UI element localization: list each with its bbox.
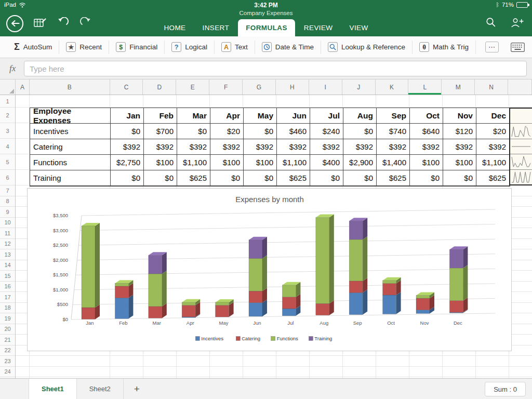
table-cell[interactable]: $1,100 <box>277 155 310 170</box>
table-header-cell[interactable]: Dec <box>476 108 510 124</box>
table-header-cell[interactable]: Employee Expenses <box>30 108 111 124</box>
row-header-9[interactable]: 9 <box>0 207 15 218</box>
row-header-23[interactable]: 23 <box>0 356 15 367</box>
sparkline-cell[interactable] <box>510 109 532 124</box>
table-cell[interactable]: $0 <box>144 170 177 186</box>
table-cell[interactable]: $0 <box>310 170 343 186</box>
column-header-D[interactable]: D <box>143 79 176 95</box>
row-header-4[interactable]: 4 <box>0 139 15 154</box>
row-header-20[interactable]: 20 <box>0 324 15 335</box>
column-header-H[interactable]: H <box>276 79 309 95</box>
table-cell[interactable]: $0 <box>244 170 277 186</box>
table-header-cell[interactable]: Mar <box>177 108 210 124</box>
row-header-17[interactable]: 17 <box>0 292 15 303</box>
row-header-12[interactable]: 12 <box>0 239 15 250</box>
table-cell[interactable]: $392 <box>377 139 410 155</box>
table-row-label-cell[interactable]: Functions <box>30 155 111 170</box>
column-header-I[interactable]: I <box>309 79 342 95</box>
tab-review[interactable]: REVIEW <box>296 19 341 36</box>
column-header-M[interactable]: M <box>442 79 475 95</box>
table-cell[interactable]: $392 <box>443 139 476 155</box>
date-time-button[interactable]: Date & Time <box>255 41 321 54</box>
table-cell[interactable]: $392 <box>144 139 177 155</box>
row-header-24[interactable]: 24 <box>0 367 15 378</box>
table-cell[interactable]: $100 <box>410 155 443 170</box>
row-header-5[interactable]: 5 <box>0 154 15 170</box>
table-cell[interactable]: $392 <box>410 139 443 155</box>
row-header-14[interactable]: 14 <box>0 260 15 271</box>
column-header-A[interactable]: A <box>16 79 30 95</box>
sparkline-cell[interactable] <box>510 154 532 169</box>
table-row-label-cell[interactable]: Training <box>30 170 111 186</box>
table-header-cell[interactable]: Apr <box>210 108 244 124</box>
table-cell[interactable]: $625 <box>277 170 310 186</box>
text-button[interactable]: AText <box>215 41 255 54</box>
table-cell[interactable]: $0 <box>244 124 277 139</box>
sheet-tab-sheet2[interactable]: Sheet2 <box>77 379 124 399</box>
table-cell[interactable]: $392 <box>111 139 144 155</box>
logical-button[interactable]: ?Logical <box>165 41 215 54</box>
table-header-cell[interactable]: May <box>244 108 277 124</box>
financial-button[interactable]: $Financial <box>109 41 165 54</box>
search-button[interactable] <box>486 17 496 30</box>
table-header-cell[interactable]: Sep <box>377 108 410 124</box>
sparkline-cell[interactable] <box>510 139 532 154</box>
table-cell[interactable]: $1,400 <box>377 155 410 170</box>
table-cell[interactable]: $392 <box>210 139 244 155</box>
row-header-22[interactable]: 22 <box>0 345 15 356</box>
table-cell[interactable]: $640 <box>410 124 443 139</box>
table-cell[interactable]: $0 <box>177 124 210 139</box>
row-header-7[interactable]: 7 <box>0 185 15 196</box>
math-trig-button[interactable]: θMath & Trig <box>413 41 476 54</box>
table-header-cell[interactable]: Aug <box>343 108 377 124</box>
table-cell[interactable]: $2,900 <box>343 155 377 170</box>
row-header-13[interactable]: 13 <box>0 249 15 260</box>
table-cell[interactable]: $0 <box>210 170 244 186</box>
tab-formulas[interactable]: FORMULAS <box>238 19 295 36</box>
table-cell[interactable]: $100 <box>210 155 244 170</box>
sparkline-cell[interactable] <box>510 124 532 139</box>
row-header-6[interactable]: 6 <box>0 170 15 185</box>
table-header-cell[interactable]: Jul <box>310 108 343 124</box>
table-cell[interactable]: $0 <box>410 170 443 186</box>
column-header-F[interactable]: F <box>209 79 243 95</box>
row-header-8[interactable]: 8 <box>0 196 15 207</box>
table-cell[interactable]: $392 <box>476 139 510 155</box>
table-cell[interactable]: $700 <box>144 124 177 139</box>
table-cell[interactable]: $20 <box>210 124 244 139</box>
table-cell[interactable]: $392 <box>310 139 343 155</box>
table-cell[interactable]: $1,100 <box>177 155 210 170</box>
column-header-B[interactable]: B <box>30 79 110 95</box>
table-cell[interactable]: $120 <box>443 124 476 139</box>
share-people-button[interactable] <box>511 18 524 30</box>
sparkline-cell[interactable] <box>510 170 532 184</box>
row-header-11[interactable]: 11 <box>0 228 15 239</box>
row-header-18[interactable]: 18 <box>0 303 15 314</box>
formula-input[interactable] <box>24 61 527 76</box>
tab-insert[interactable]: INSERT <box>194 19 237 36</box>
row-header-10[interactable]: 10 <box>0 218 15 229</box>
table-cell[interactable]: $740 <box>377 124 410 139</box>
column-header-K[interactable]: K <box>376 79 409 95</box>
table-cell[interactable]: $0 <box>343 124 377 139</box>
table-cell[interactable]: $240 <box>310 124 343 139</box>
sum-status[interactable]: Sum : 0 <box>485 382 526 396</box>
row-header-21[interactable]: 21 <box>0 335 15 345</box>
table-cell[interactable]: $400 <box>310 155 343 170</box>
table-cell[interactable]: $392 <box>277 139 310 155</box>
table-header-cell[interactable]: Nov <box>443 108 476 124</box>
table-cell[interactable]: $625 <box>476 170 510 186</box>
expenses-chart[interactable]: Expenses by month$0$500$1,000$1,500$2,00… <box>27 188 512 351</box>
table-cell[interactable]: $392 <box>244 139 277 155</box>
row-header-16[interactable]: 16 <box>0 282 15 292</box>
column-header-E[interactable]: E <box>176 79 209 95</box>
table-header-cell[interactable]: Jun <box>277 108 310 124</box>
row-header-3[interactable]: 3 <box>0 123 15 139</box>
table-header-cell[interactable]: Oct <box>410 108 443 124</box>
sheet-tab-sheet1[interactable]: Sheet1 <box>29 379 77 399</box>
table-header-cell[interactable]: Jan <box>111 108 144 124</box>
column-header-L[interactable]: L <box>408 79 442 95</box>
table-cell[interactable]: $625 <box>377 170 410 186</box>
recent-button[interactable]: ★Recent <box>59 41 109 54</box>
column-header-N[interactable]: N <box>475 79 508 95</box>
